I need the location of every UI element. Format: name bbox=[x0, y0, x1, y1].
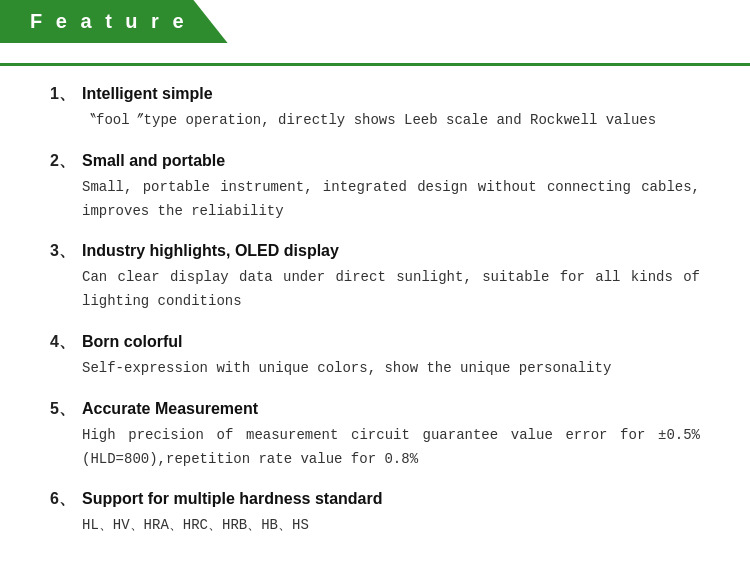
feature-title: Born colorful bbox=[82, 333, 182, 351]
feature-description: Self-expression with unique colors, show… bbox=[50, 357, 700, 381]
feature-heading: 4、Born colorful bbox=[50, 332, 700, 353]
feature-number: 3、 bbox=[50, 241, 78, 262]
feature-description: 〝fool〞type operation, directly shows Lee… bbox=[50, 109, 700, 133]
feature-heading: 1、Intelligent simple bbox=[50, 84, 700, 105]
feature-title: Small and portable bbox=[82, 152, 225, 170]
feature-item: 3、Industry highlights, OLED displayCan c… bbox=[50, 241, 700, 314]
feature-title: Support for multiple hardness standard bbox=[82, 490, 382, 508]
feature-number: 5、 bbox=[50, 399, 78, 420]
header-title: F e a t u r e bbox=[30, 10, 188, 32]
page-wrapper: F e a t u r e 1、Intelligent simple〝fool〞… bbox=[0, 0, 750, 579]
feature-item: 5、Accurate MeasurementHigh precision of … bbox=[50, 399, 700, 472]
feature-heading: 6、Support for multiple hardness standard bbox=[50, 489, 700, 510]
feature-description: Can clear display data under direct sunl… bbox=[50, 266, 700, 314]
feature-description: High precision of measurement circuit gu… bbox=[50, 424, 700, 472]
green-divider bbox=[0, 63, 750, 66]
feature-item: 2、Small and portableSmall, portable inst… bbox=[50, 151, 700, 224]
feature-number: 2、 bbox=[50, 151, 78, 172]
content-area: 1、Intelligent simple〝fool〞type operation… bbox=[0, 74, 750, 576]
feature-heading: 3、Industry highlights, OLED display bbox=[50, 241, 700, 262]
feature-description: Small, portable instrument, integrated d… bbox=[50, 176, 700, 224]
feature-number: 4、 bbox=[50, 332, 78, 353]
feature-item: 4、Born colorfulSelf-expression with uniq… bbox=[50, 332, 700, 381]
feature-number: 6、 bbox=[50, 489, 78, 510]
feature-item: 6、Support for multiple hardness standard… bbox=[50, 489, 700, 538]
feature-title: Industry highlights, OLED display bbox=[82, 242, 339, 260]
feature-heading: 2、Small and portable bbox=[50, 151, 700, 172]
feature-description: HL、HV、HRA、HRC、HRB、HB、HS bbox=[50, 514, 700, 538]
header-banner: F e a t u r e bbox=[0, 0, 228, 43]
feature-title: Intelligent simple bbox=[82, 85, 213, 103]
feature-heading: 5、Accurate Measurement bbox=[50, 399, 700, 420]
feature-number: 1、 bbox=[50, 84, 78, 105]
feature-item: 1、Intelligent simple〝fool〞type operation… bbox=[50, 84, 700, 133]
feature-title: Accurate Measurement bbox=[82, 400, 258, 418]
